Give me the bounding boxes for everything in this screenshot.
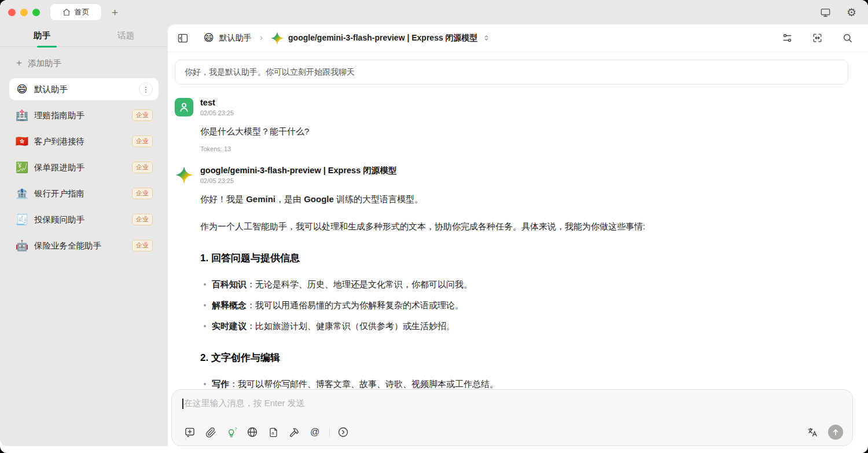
settings-gear-icon[interactable]: ⚙	[847, 6, 856, 19]
paragraph: 你好！我是 Gemini，是由 Google 训练的大型语言模型。	[200, 192, 848, 206]
app-window: 首页 + ⚙ 助手 话题 + 添加助手 😄 默认助手 ⋮	[0, 0, 868, 453]
token-count: Tokens: 13	[200, 145, 848, 152]
new-tab-button[interactable]: +	[112, 7, 118, 18]
enterprise-badge: 企业	[132, 109, 153, 120]
assistant-more-button[interactable]: ⋮	[139, 82, 153, 96]
tab-assistants[interactable]: 助手	[0, 24, 84, 46]
section-heading: 2. 文字创作与编辑	[200, 350, 848, 366]
sidebar-item-insurance-allinone-assistant[interactable]: 🤖 保险业务全能助手 企业	[9, 235, 159, 257]
tab-topics[interactable]: 话题	[84, 24, 168, 46]
assistant-emoji-icon: 🧾	[15, 213, 29, 226]
thinking-bulb-icon[interactable]: ?	[224, 425, 239, 440]
close-window-button[interactable]	[8, 9, 16, 16]
sidebar: 助手 话题 + 添加助手 😄 默认助手 ⋮ 🏥 理赔指南助手 企业 🇭🇰 客户到…	[0, 24, 168, 446]
attachment-paperclip-icon[interactable]	[203, 425, 218, 440]
sidebar-item-insurance-advisor-assistant[interactable]: 🧾 投保顾问助手 企业	[9, 209, 159, 231]
minimize-window-button[interactable]	[20, 9, 28, 16]
search-icon[interactable]	[839, 30, 855, 46]
add-assistant-button[interactable]: + 添加助手	[16, 57, 168, 69]
input-toolbar: ? a @	[182, 425, 843, 440]
new-topic-icon[interactable]	[182, 425, 197, 440]
list-item: 实时建议：比如旅游计划、健康常识（仅供参考）或生活妙招。	[200, 319, 848, 333]
enterprise-badge: 企业	[132, 214, 153, 225]
text-cursor	[182, 399, 183, 409]
sidebar-item-default-assistant[interactable]: 😄 默认助手 ⋮	[9, 78, 159, 100]
gemini-star-icon	[175, 166, 193, 184]
collapse-toolbar-icon[interactable]	[336, 425, 351, 440]
message-input[interactable]: 在这里输入消息，按 Enter 发送	[182, 398, 843, 409]
input-placeholder: 在这里输入消息，按 Enter 发送	[184, 398, 305, 409]
user-avatar[interactable]	[175, 98, 193, 116]
knowledge-doc-icon[interactable]: a	[266, 425, 281, 440]
translate-icon[interactable]	[805, 425, 820, 440]
plus-icon: +	[16, 57, 22, 69]
message-text: 你是什么大模型？能干什么?	[200, 125, 848, 138]
home-icon	[62, 8, 71, 16]
svg-text:a: a	[271, 430, 274, 435]
gemini-star-icon	[271, 32, 284, 45]
message-author: google/gemini-3-flash-preview | Express …	[200, 166, 848, 176]
sidebar-item-policy-followup-assistant[interactable]: 💹 保单跟进助手 企业	[9, 156, 159, 178]
web-search-globe-icon[interactable]	[245, 425, 260, 440]
model-name-label: google/gemini-3-flash-preview | Express …	[288, 33, 478, 43]
enterprise-badge: 企业	[132, 136, 153, 147]
message-time: 02/05 23:25	[200, 177, 848, 184]
list-item: 解释概念：我可以用通俗易懂的方式为你解释复杂的术语或理论。	[200, 298, 848, 312]
model-selector[interactable]: google/gemini-3-flash-preview | Express …	[271, 32, 490, 45]
send-arrow-icon	[832, 428, 840, 436]
chat-header: 😄 默认助手 › google/gemini-3-flash-preview |…	[168, 24, 868, 52]
sidebar-item-bank-account-guide[interactable]: 🏦 银行开户指南 企业	[9, 182, 159, 204]
assistant-emoji-icon: 😄	[204, 32, 214, 44]
zoom-window-button[interactable]	[32, 9, 40, 16]
sidebar-item-claims-guide-assistant[interactable]: 🏥 理赔指南助手 企业	[9, 104, 159, 126]
tab-home-label: 首页	[75, 7, 90, 17]
assistant-emoji-icon: 🇭🇰	[15, 135, 29, 148]
svg-text:?: ?	[234, 426, 237, 432]
display-icon[interactable]	[818, 4, 834, 20]
message-author: test	[200, 98, 848, 108]
bullet-list: 百科知识：无论是科学、历史、地理还是文化常识，你都可以问我。 解释概念：我可以用…	[200, 277, 848, 333]
assistant-emoji-icon: 💹	[15, 161, 29, 174]
breadcrumb-assistant-name[interactable]: 默认助手	[219, 33, 252, 43]
assistant-emoji-icon: 🏥	[15, 109, 29, 122]
mcp-tools-hammer-icon[interactable]	[286, 425, 301, 440]
tab-home[interactable]: 首页	[50, 4, 101, 20]
expand-width-icon[interactable]	[809, 30, 825, 46]
toolbar-divider	[329, 428, 330, 437]
sidebar-tabbar-divider	[0, 46, 168, 47]
chevron-up-down-icon	[483, 34, 490, 42]
list-item: 写作：我可以帮你写邮件、博客文章、故事、诗歌、视频脚本或工作总结。	[200, 377, 848, 390]
model-avatar[interactable]	[175, 166, 193, 184]
titlebar: 首页 + ⚙	[0, 0, 868, 24]
list-item: 百科知识：无论是科学、历史、地理还是文化常识，你都可以问我。	[200, 277, 848, 291]
assistant-emoji-icon: 🤖	[15, 239, 29, 252]
model-settings-sliders-icon[interactable]	[779, 30, 795, 46]
section-heading: 1. 回答问题与提供信息	[200, 251, 848, 266]
user-message: test 02/05 23:25 你是什么大模型？能干什么? Tokens: 1…	[175, 98, 848, 152]
traffic-lights	[8, 9, 40, 16]
paragraph: 作为一个人工智能助手，我可以处理和生成多种形式的文本，协助你完成各种任务。具体来…	[200, 220, 848, 233]
active-tab-indicator	[37, 46, 57, 48]
sidebar-tabs: 助手 话题	[0, 24, 168, 46]
add-assistant-label: 添加助手	[28, 58, 61, 69]
enterprise-badge: 企业	[132, 162, 153, 173]
sidebar-item-arrival-reception-assistant[interactable]: 🇭🇰 客户到港接待 企业	[9, 130, 159, 152]
person-icon	[178, 101, 190, 114]
enterprise-badge: 企业	[132, 188, 153, 199]
toggle-sidebar-icon[interactable]	[175, 30, 191, 46]
message-time: 02/05 23:25	[200, 109, 848, 116]
chat-panel: 😄 默认助手 › google/gemini-3-flash-preview |…	[168, 24, 868, 453]
enterprise-badge: 企业	[132, 240, 153, 251]
send-button[interactable]	[828, 425, 843, 440]
chevron-right-icon: ›	[260, 32, 263, 43]
assistant-list: 😄 默认助手 ⋮ 🏥 理赔指南助手 企业 🇭🇰 客户到港接待 企业 💹 保单跟进…	[0, 75, 168, 257]
mention-at-icon[interactable]: @	[307, 425, 322, 440]
assistant-greeting: 你好，我是默认助手。你可以立刻开始跟我聊天	[175, 60, 848, 85]
assistant-emoji-icon: 🏦	[15, 187, 29, 200]
message-input-panel: 在这里输入消息，按 Enter 发送 ? a	[171, 389, 853, 446]
assistant-emoji-icon: 😄	[15, 83, 29, 96]
